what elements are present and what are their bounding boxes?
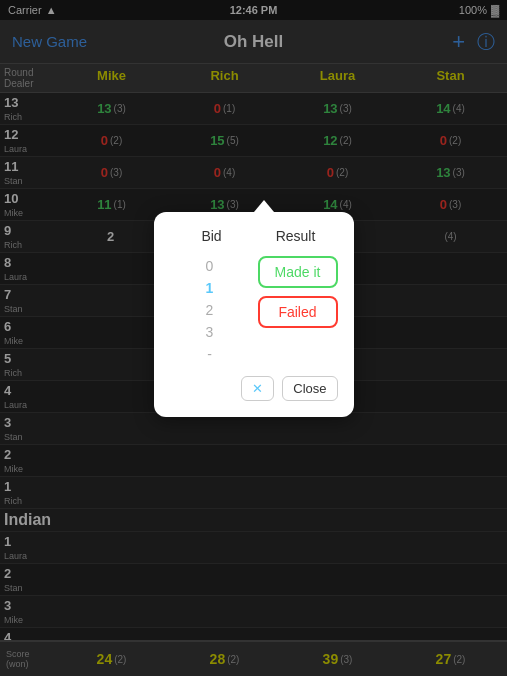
bid-option[interactable]: 2 — [200, 300, 220, 320]
modal-layout: 0123- Made it Failed — [170, 256, 338, 364]
bid-column: 0123- — [170, 256, 250, 364]
bid-option[interactable]: 0 — [200, 256, 220, 276]
result-header-label: Result — [254, 228, 338, 244]
modal-container: Bid Result 0123- Made it Failed ✕ Close — [154, 200, 354, 417]
bid-header-label: Bid — [170, 228, 254, 244]
failed-button[interactable]: Failed — [258, 296, 338, 328]
modal-actions: ✕ Close — [170, 376, 338, 401]
made-it-button[interactable]: Made it — [258, 256, 338, 288]
modal-pointer — [254, 200, 274, 212]
result-buttons: Made it Failed — [258, 256, 338, 352]
bid-option[interactable]: 3 — [200, 322, 220, 342]
bid-option[interactable]: - — [201, 344, 218, 364]
modal-dialog: Bid Result 0123- Made it Failed ✕ Close — [154, 212, 354, 417]
bid-option[interactable]: 1 — [200, 278, 220, 298]
close-button[interactable]: Close — [282, 376, 337, 401]
modal-header: Bid Result — [170, 228, 338, 244]
x-button[interactable]: ✕ — [241, 376, 274, 401]
modal-overlay: Bid Result 0123- Made it Failed ✕ Close — [0, 0, 507, 676]
